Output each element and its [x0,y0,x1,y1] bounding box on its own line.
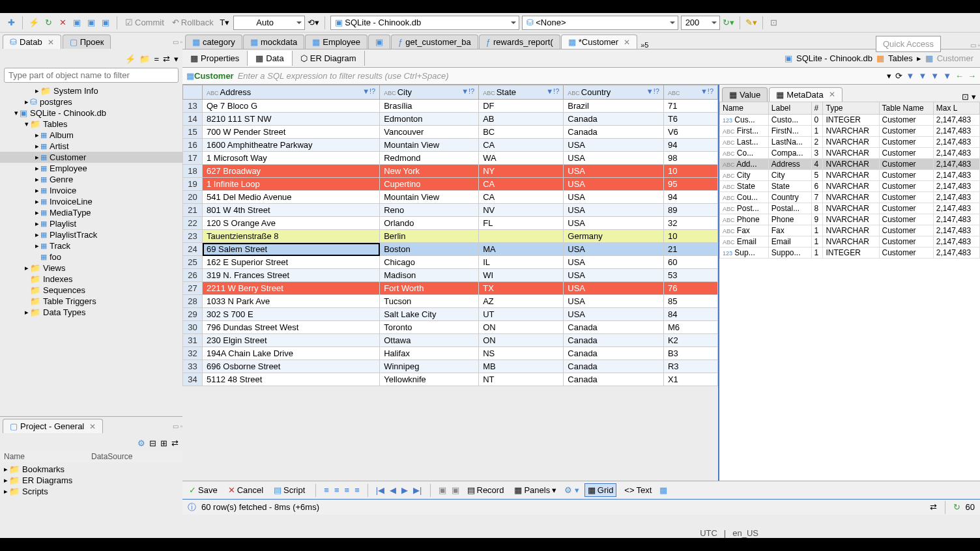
tx-mode-combo[interactable]: Auto [233,16,305,30]
align-icon[interactable]: ≡ [334,485,339,495]
align-icon[interactable]: ≡ [345,485,350,495]
disconnect-icon[interactable]: ✕ [57,17,68,29]
tree-item-employee[interactable]: ▸▦Employee [0,163,182,174]
text-button[interactable]: <>Text [622,484,654,496]
table-row[interactable]: 272211 W Berry StreetFort WorthTXUSA76 [183,282,718,295]
tree-item-system-info[interactable]: ▸📁System Info [0,85,182,96]
tree-item-track[interactable]: ▸▦Track [0,240,182,251]
menu-icon[interactable]: ▾ [174,54,179,64]
minimize-icon[interactable]: ▭ ▫ [173,38,182,46]
collapse-icon[interactable]: ⊟ [149,438,156,448]
close-icon[interactable]: ✕ [829,90,835,100]
table-row[interactable]: 33696 Osborne StreetWinnipegMBCanadaR3 [183,360,718,373]
link-icon[interactable]: ⇄ [171,438,179,448]
rollback-button[interactable]: ↶ Rollback [169,16,216,29]
record-button[interactable]: ▤Record [465,484,507,496]
table-row[interactable]: 20541 Del Medio AvenueMountain ViewCAUSA… [183,191,718,204]
filter-icon[interactable]: ▼ [918,71,927,81]
table-row[interactable]: 29302 S 700 ESalt Lake CityUTUSA84 [183,308,718,321]
minimize-icon[interactable]: ▭ ▫ [970,42,980,49]
script-button[interactable]: ▤Script [271,484,308,496]
meta-column[interactable]: # [811,102,823,115]
database-navigator-tab[interactable]: ⛁Datab✕ [3,35,61,49]
properties-tab[interactable]: ▦ Properties [182,51,248,66]
table-row[interactable]: 18627 BroadwayNew YorkNYUSA10 [183,165,718,178]
tree-item-invoiceline[interactable]: ▸▦InvoiceLine [0,196,182,207]
gear-icon[interactable]: ⚙ [137,438,145,448]
refresh-icon[interactable]: ⟳ [895,71,902,81]
folder-icon[interactable]: 📁 [139,54,150,64]
limit-combo[interactable]: 200 [681,16,720,30]
meta-row[interactable]: ABC Post...Postal...8NVARCHARCustomer2,1… [720,203,980,214]
meta-column[interactable]: Type [823,102,879,115]
align-icon[interactable]: ≡ [354,485,360,495]
column-header[interactable]: ABCCountry▼!? [564,85,664,100]
meta-row[interactable]: 123 Cus...Custo...0INTEGERCustomer2,147,… [720,115,980,126]
prev-icon[interactable]: ◀ [390,485,396,495]
table-row[interactable]: 148210 111 ST NWEdmontonABCanadaT6 [183,113,718,126]
database-tree[interactable]: ▸📁System Info▸⛁postgres▾▣SQLite - Chinoo… [0,84,182,416]
close-icon[interactable]: ✕ [48,38,54,47]
grid-button[interactable]: ▦Grid [584,483,617,497]
column-header[interactable]: ABC▼!? [663,85,717,100]
tx-icon[interactable]: T▾ [219,17,231,29]
tree-item-customer[interactable]: ▸▦Customer [0,152,182,163]
tree-item-sequences[interactable]: 📁Sequences [0,285,182,296]
close-icon[interactable]: ✕ [89,422,96,431]
value-tab[interactable]: ▦ Value [722,87,768,102]
editor-tab[interactable]: ▣ [368,35,390,49]
plug-icon[interactable]: ⚡ [125,54,136,64]
meta-row[interactable]: ABC PhonePhone9NVARCHARCustomer2,147,483 [720,214,980,225]
meta-row[interactable]: 123 Sup...Suppo...1INTEGERCustomer2,147,… [720,247,980,259]
link-icon[interactable]: ⇄ [163,54,170,64]
filter-icon[interactable]: ▼ [943,71,951,81]
table-row[interactable]: 30796 Dundas Street WestTorontoONCanadaM… [183,321,718,334]
meta-row[interactable]: ABC First...FirstN...1NVARCHARCustomer2,… [720,126,980,137]
refresh-icon[interactable]: ↻ [953,502,960,512]
editor-tab[interactable]: ▦*Customer ✕ [561,35,637,49]
meta-row[interactable]: ABC Co...Compa...3NVARCHARCustomer2,147,… [720,148,980,159]
tree-item-sqlite-chinook-db[interactable]: ▾▣SQLite - Chinook.db [0,107,182,119]
search-icon[interactable]: ⊡ [768,17,780,29]
first-icon[interactable]: |◀ [376,485,384,495]
sql2-icon[interactable]: ▣ [85,17,97,29]
last-icon[interactable]: ▶| [413,485,422,495]
data-grid[interactable]: ABCAddress▼!?ABCCity▼!?ABCState▼!?ABCCou… [182,85,719,481]
meta-row[interactable]: ABC StateState6NVARCHARCustomer2,147,483 [720,181,980,192]
filter-icon[interactable]: ▼ [930,71,939,81]
sql3-icon[interactable]: ▣ [100,17,111,29]
project-item[interactable]: ▸📁ER Diagrams [0,475,182,486]
tree-item-data-types[interactable]: ▸📁Data Types [0,307,182,318]
meta-column[interactable]: Label [768,102,811,115]
table-row[interactable]: 23Tauentzienstraße 8BerlinGermany10 [183,230,718,243]
chevron-down-icon[interactable]: ▾ [887,71,891,81]
execute-icon[interactable]: ↻▾ [723,17,734,29]
editor-tab[interactable]: ▦mockdata [243,35,304,49]
minimize-icon[interactable]: ▭ ▫ [173,423,182,430]
column-header[interactable]: ABCState▼!? [479,85,564,100]
editor-tab[interactable]: ▦category [185,35,242,49]
tree-item-mediatype[interactable]: ▸▦MediaType [0,207,182,218]
editor-tab[interactable]: ƒrewards_report( [479,35,560,49]
history-icon[interactable]: ⟲▾ [308,17,319,29]
table-row[interactable]: 191 Infinite LoopCupertinoCAUSA95 [183,178,718,191]
table-row[interactable]: 345112 48 StreetYellowknifeNTCanadaX1 [183,373,718,386]
sql-icon[interactable]: ▣ [71,17,83,29]
tree-item-artist[interactable]: ▸▦Artist [0,141,182,152]
tree-item-album[interactable]: ▸▦Album [0,130,182,141]
add-icon[interactable]: ▣ [439,485,446,495]
menu-icon[interactable]: ⊡ ▾ [958,92,980,102]
plug-icon[interactable]: ⚡ [28,17,40,29]
gear-icon[interactable]: ⚙ ▾ [564,485,579,495]
filter-expression-input[interactable]: Enter a SQL expression to filter results… [238,71,449,81]
align-icon[interactable]: ≡ [324,485,329,495]
export-icon[interactable]: ▦ [659,485,667,495]
table-row[interactable]: 21801 W 4th StreetRenoNVUSA89 [183,204,718,217]
project-item[interactable]: ▸📁Bookmarks [0,464,182,475]
save-button[interactable]: ✓Save [186,484,220,496]
table-row[interactable]: 26319 N. Frances StreetMadisonWIUSA53 [183,269,718,282]
editor-tab[interactable]: ƒget_customer_ba [391,35,478,49]
tree-item-playlisttrack[interactable]: ▸▦PlaylistTrack [0,229,182,240]
schema-combo[interactable]: ⛁ <None> [522,16,678,30]
meta-column[interactable]: Name [720,102,769,115]
